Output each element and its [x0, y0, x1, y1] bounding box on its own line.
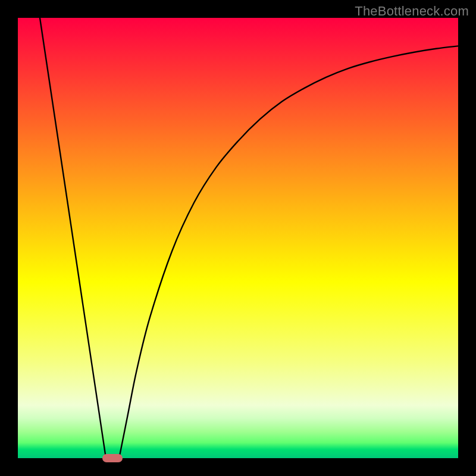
- plot-area: [18, 18, 458, 458]
- curve-left-segment: [40, 18, 106, 458]
- curve-layer: [18, 18, 458, 458]
- chart-frame: TheBottleneck.com: [0, 0, 476, 476]
- watermark-text: TheBottleneck.com: [355, 4, 469, 19]
- valley-marker: [102, 454, 123, 462]
- curve-right-segment: [119, 46, 458, 458]
